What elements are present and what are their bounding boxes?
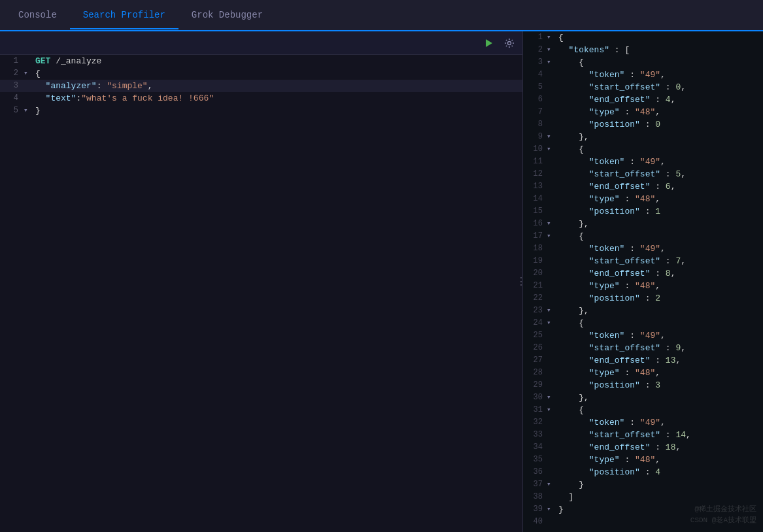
editor-code-area[interactable]: 1 GET /_analyze 2 ▾ { 3 "analyzer": "sim… (0, 55, 522, 532)
output-line: 4▾ "token" : "49", (523, 69, 763, 81)
output-line: 14▾ "type" : "48", (523, 193, 763, 205)
output-line: 40▾ (523, 516, 763, 528)
output-line: 5▾ "start_offset" : 0, (523, 81, 763, 93)
output-line: 19▾ "start_offset" : 7, (523, 255, 763, 267)
output-line: 7▾ "type" : "48", (523, 106, 763, 118)
output-line: 30▾ }, (523, 391, 763, 404)
output-line: 39▾} (523, 503, 763, 516)
output-line: 8▾ "position" : 0 (523, 118, 763, 131)
tab-search-profiler[interactable]: Search Profiler (70, 2, 178, 29)
editor-line-1: 1 GET /_analyze (0, 55, 522, 67)
svg-marker-0 (486, 39, 492, 47)
editor-toolbar (0, 31, 522, 55)
editor-line-3: 3 "analyzer": "simple", (0, 80, 522, 92)
output-line: 16▾ }, (523, 218, 763, 230)
output-line: 1▾{ (523, 31, 763, 44)
output-line: 11▾ "token" : "49", (523, 156, 763, 168)
output-line: 38▾ ] (523, 491, 763, 503)
output-line: 31▾ { (523, 404, 763, 416)
output-line: 25▾ "token" : "49", (523, 329, 763, 342)
output-line: 21▾ "type" : "48", (523, 280, 763, 292)
output-line: 20▾ "end_offset" : 8, (523, 267, 763, 280)
output-line: 29▾ "position" : 3 (523, 379, 763, 391)
output-line: 22▾ "position" : 2 (523, 292, 763, 305)
editor-line-2: 2 ▾ { (0, 67, 522, 80)
output-line: 23▾ }, (523, 305, 763, 317)
output-line: 2▾ "tokens" : [ (523, 44, 763, 56)
output-line: 34▾ "end_offset" : 18, (523, 441, 763, 454)
output-line: 17▾ { (523, 230, 763, 242)
output-line: 32▾ "token" : "49", (523, 416, 763, 429)
editor-line-5: 5 ▾ } (0, 105, 522, 117)
output-line: 33▾ "start_offset" : 14, (523, 429, 763, 441)
output-line: 26▾ "start_offset" : 9, (523, 342, 763, 354)
tab-console[interactable]: Console (5, 2, 70, 29)
main-area: 1 GET /_analyze 2 ▾ { 3 "analyzer": "sim… (0, 31, 763, 532)
output-line: 18▾ "token" : "49", (523, 242, 763, 255)
editor-line-4: 4 "text":"what's a fuck idea! !666" (0, 92, 522, 105)
panel-resize-handle[interactable] (519, 31, 522, 532)
output-line: 13▾ "end_offset" : 6, (523, 180, 763, 193)
svg-point-1 (508, 41, 511, 44)
output-panel[interactable]: 1▾{2▾ "tokens" : [3▾ {4▾ "token" : "49",… (523, 31, 763, 532)
output-line: 37▾ } (523, 478, 763, 491)
settings-button[interactable] (501, 35, 517, 51)
output-line: 24▾ { (523, 317, 763, 329)
output-line: 6▾ "end_offset" : 4, (523, 93, 763, 106)
output-lines-container: 1▾{2▾ "tokens" : [3▾ {4▾ "token" : "49",… (523, 31, 763, 528)
tab-grok-debugger[interactable]: Grok Debugger (178, 2, 276, 29)
output-line: 15▾ "position" : 1 (523, 205, 763, 218)
editor-panel: 1 GET /_analyze 2 ▾ { 3 "analyzer": "sim… (0, 31, 523, 532)
run-button[interactable] (481, 35, 496, 51)
output-line: 35▾ "type" : "48", (523, 454, 763, 466)
output-line: 3▾ { (523, 56, 763, 69)
output-line: 28▾ "type" : "48", (523, 367, 763, 379)
output-line: 36▾ "position" : 4 (523, 466, 763, 478)
output-line: 10▾ { (523, 143, 763, 156)
output-line: 12▾ "start_offset" : 5, (523, 168, 763, 180)
output-line: 27▾ "end_offset" : 13, (523, 354, 763, 367)
output-line: 9▾ }, (523, 131, 763, 143)
top-navigation: Console Search Profiler Grok Debugger (0, 0, 763, 31)
